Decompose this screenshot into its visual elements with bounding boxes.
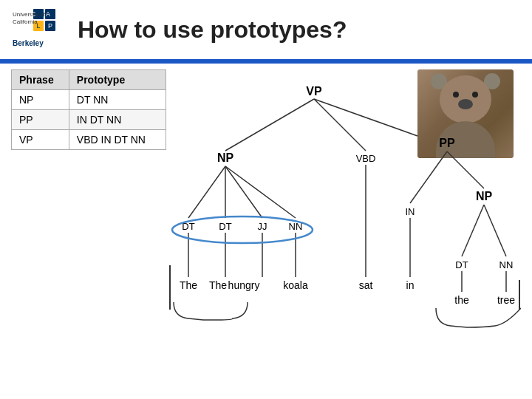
pp-node: PP <box>439 137 455 149</box>
vbd-tag: VBD <box>356 153 376 164</box>
proto-vp: VBD IN DT NN <box>69 130 166 150</box>
main-content: Phrase Prototype NP DT NN PP IN DT NN VP… <box>0 69 532 380</box>
left-brace <box>174 302 248 320</box>
svg-line-16 <box>447 151 484 188</box>
proto-pp: IN DT NN <box>69 110 166 130</box>
header: Berkeley University of California C A L … <box>0 0 532 59</box>
parse-tree-svg: VP NP PP NP <box>166 73 521 354</box>
title-area: How to use prototypes? <box>70 16 521 44</box>
word-the1: The <box>180 279 197 291</box>
svg-text:P: P <box>48 22 52 30</box>
svg-line-13 <box>314 99 366 151</box>
np-left-node: NP <box>217 151 234 164</box>
blue-bar <box>0 59 532 64</box>
dt-tag-2: DT <box>219 221 231 232</box>
svg-text:C: C <box>31 10 36 18</box>
table-row: VP VBD IN DT NN <box>12 130 166 150</box>
proto-np: DT NN <box>69 90 166 110</box>
col-phrase: Phrase <box>12 70 69 90</box>
in-tag: IN <box>406 206 415 217</box>
jj-tag: JJ <box>258 221 267 232</box>
word-sat: sat <box>359 279 373 291</box>
phrase-vp: VP <box>12 130 69 150</box>
word-koala: koala <box>283 279 308 291</box>
right-content: VP NP PP NP <box>166 69 521 380</box>
svg-line-22 <box>225 166 296 218</box>
svg-text:Berkeley: Berkeley <box>13 39 44 47</box>
nn-tag-2: NN <box>499 259 514 270</box>
phrase-prototype-table: Phrase Prototype NP DT NN PP IN DT NN VP… <box>11 69 166 150</box>
word-the2: the <box>454 294 469 306</box>
table-row: NP DT NN <box>12 90 166 110</box>
svg-line-14 <box>314 99 417 136</box>
word-hungry: hungry <box>228 279 260 291</box>
right-brace <box>436 308 521 327</box>
svg-line-19 <box>188 166 225 218</box>
phrase-pp: PP <box>12 110 69 130</box>
word-tree: tree <box>497 294 515 306</box>
svg-line-21 <box>225 166 262 218</box>
col-prototype: Prototype <box>69 70 166 90</box>
svg-line-17 <box>462 205 484 256</box>
svg-line-15 <box>410 151 447 203</box>
slide-title: How to use prototypes? <box>78 16 347 43</box>
svg-line-18 <box>484 205 506 256</box>
phrase-np: NP <box>12 90 69 110</box>
dt-tag-3: DT <box>455 259 468 270</box>
vp-node: VP <box>306 85 322 98</box>
svg-text:L: L <box>36 22 40 30</box>
word-the-hungry-1: The <box>209 279 227 291</box>
np-right-node: NP <box>476 190 493 202</box>
table-row: PP IN DT NN <box>12 110 166 130</box>
svg-text:University of: University of <box>13 11 46 18</box>
logo: Berkeley University of California C A L … <box>11 7 70 52</box>
parse-tree: VP NP PP NP <box>166 73 521 354</box>
word-in: in <box>406 279 415 291</box>
svg-text:A: A <box>46 10 50 18</box>
svg-text:California: California <box>13 18 38 25</box>
svg-line-12 <box>225 99 314 151</box>
